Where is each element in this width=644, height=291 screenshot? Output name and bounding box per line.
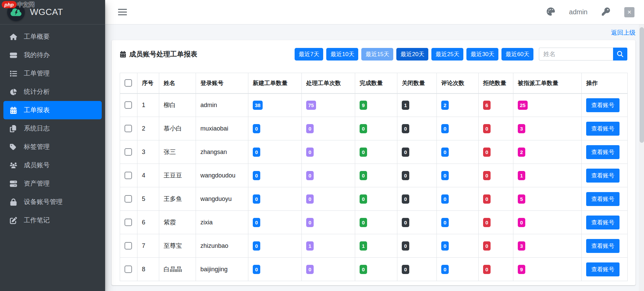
count-cell: 0 [302,258,355,281]
column-header: 处理工单次数 [302,73,355,93]
view-account-button[interactable]: 查看账号 [586,239,620,253]
count-cell: 0 [397,234,437,258]
filter-button-7[interactable]: 最近60天 [501,48,533,61]
sidebar-item-label: 设备账号管理 [24,198,63,206]
count-cell: 0 [437,164,479,187]
search-group [539,48,627,61]
palette-icon[interactable] [547,7,555,17]
column-header: 姓名 [159,73,196,93]
php-site-watermark: php 中文网 [2,1,35,8]
report-table: 序号姓名登录账号新建工单数量处理工单次数完成数量关闭数量评论次数拒绝数量被指派工… [120,73,628,281]
search-button[interactable] [613,48,627,61]
key-icon[interactable] [602,7,610,17]
filter-button-6[interactable]: 最近30天 [466,48,498,61]
filter-button-3[interactable]: 最近15天 [361,48,393,61]
sidebar-item-stacked-bars[interactable]: 我的待办 [3,46,102,64]
sidebar-nav: 工单概要我的待办工单管理统计分析工单报表系统日志标签管理成员账号资产管理设备账号… [0,24,105,229]
count-badge-dark: 0 [402,218,409,227]
users-icon [9,162,18,169]
count-badge-purple: 75 [306,101,316,110]
count-badge-red: 0 [483,171,491,180]
row-checkbox[interactable] [125,242,132,250]
hamburger-menu-icon[interactable] [118,9,127,15]
column-header: 序号 [137,73,159,93]
sidebar-item-label: 成员账号 [24,161,50,170]
login-account: admin [196,93,248,117]
row-checkbox[interactable] [125,125,132,132]
row-checkbox[interactable] [125,266,132,273]
row-checkbox-cell [120,117,137,140]
count-cell: 1 [302,234,355,258]
view-account-button[interactable]: 查看账号 [586,98,620,112]
column-header: 操作 [582,73,628,93]
row-index: 1 [137,93,159,117]
action-cell: 查看账号 [582,140,628,164]
sidebar-item-calendar[interactable]: 工单报表 [3,101,102,119]
count-badge-red: 6 [483,101,491,110]
view-account-button[interactable]: 查看账号 [586,262,620,276]
count-badge-purple: 0 [306,218,314,227]
filter-button-5[interactable]: 最近25天 [431,48,463,61]
count-cell: 0 [437,211,479,234]
pen-square-icon [9,217,18,224]
login-account: zhizunbao [196,234,248,258]
sidebar-item-copy[interactable]: 系统日志 [3,119,102,138]
filter-button-1[interactable]: 最近7天 [295,48,323,61]
column-header: 登录账号 [196,73,248,93]
scrollbar-thumb[interactable] [640,27,644,143]
count-cell: 0 [355,211,397,234]
sidebar-item-server[interactable]: 资产管理 [3,174,102,193]
view-account-button[interactable]: 查看账号 [586,145,620,159]
app-window: WGCAT 工单概要我的待办工单管理统计分析工单报表系统日志标签管理成员账号资产… [0,0,644,291]
sidebar-item-users[interactable]: 成员账号 [3,156,102,174]
view-account-button[interactable]: 查看账号 [586,216,620,229]
action-cell: 查看账号 [582,117,628,140]
count-badge-blue: 0 [441,218,449,227]
row-checkbox[interactable] [125,195,132,203]
sidebar-item-lock[interactable]: 设备账号管理 [3,193,102,211]
view-account-button[interactable]: 查看账号 [586,169,620,183]
count-cell: 0 [437,187,479,211]
row-checkbox[interactable] [125,219,132,226]
chart-pie-icon [9,88,18,96]
filter-button-2[interactable]: 最近10天 [326,48,358,61]
view-account-button[interactable]: 查看账号 [586,192,620,206]
sidebar-item-chart-pie[interactable]: 统计分析 [3,83,102,101]
count-badge-purple: 0 [306,194,314,204]
count-badge-green: 0 [360,218,367,227]
count-cell: 0 [302,117,355,140]
close-icon[interactable]: ✕ [624,7,634,17]
sidebar-item-tag[interactable]: 标签管理 [3,138,102,156]
view-account-button[interactable]: 查看账号 [586,122,620,136]
count-badge-green: 9 [360,101,367,110]
row-checkbox[interactable] [125,148,132,156]
count-cell: 0 [437,258,479,281]
count-badge-green: 0 [360,171,367,180]
table-body: 1柳白admin3875912625查看账号2慕小白muxiaobai00000… [120,93,628,281]
username[interactable]: admin [569,8,588,16]
member-name: 白晶晶 [159,258,196,281]
sidebar-item-list[interactable]: 工单管理 [3,64,102,83]
count-cell: 0 [479,164,513,187]
count-badge-blue: 0 [441,171,449,180]
filter-button-4[interactable]: 最近20天 [396,48,428,61]
vertical-scrollbar[interactable] [639,24,644,291]
sidebar-item-home[interactable]: 工单概要 [3,28,102,46]
action-cell: 查看账号 [582,234,628,258]
sidebar-item-pen-square[interactable]: 工作笔记 [3,211,102,229]
card-title: 成员账号处理工单报表 [120,50,197,59]
member-name: 紫霞 [159,211,196,234]
back-to-parent-link[interactable]: 返回上级 [611,29,635,36]
card-title-text: 成员账号处理工单报表 [129,50,197,59]
count-cell: 0 [248,234,302,258]
row-checkbox[interactable] [125,101,132,109]
row-checkbox[interactable] [125,172,132,179]
count-cell: 0 [355,117,397,140]
select-all-checkbox[interactable] [125,79,132,87]
count-badge-purple: 0 [306,171,314,180]
count-badge-pink: 2 [518,148,525,157]
search-input[interactable] [539,48,613,61]
count-badge-pink: 1 [518,171,525,180]
count-badge-dark: 1 [402,101,409,110]
count-cell: 75 [302,93,355,117]
